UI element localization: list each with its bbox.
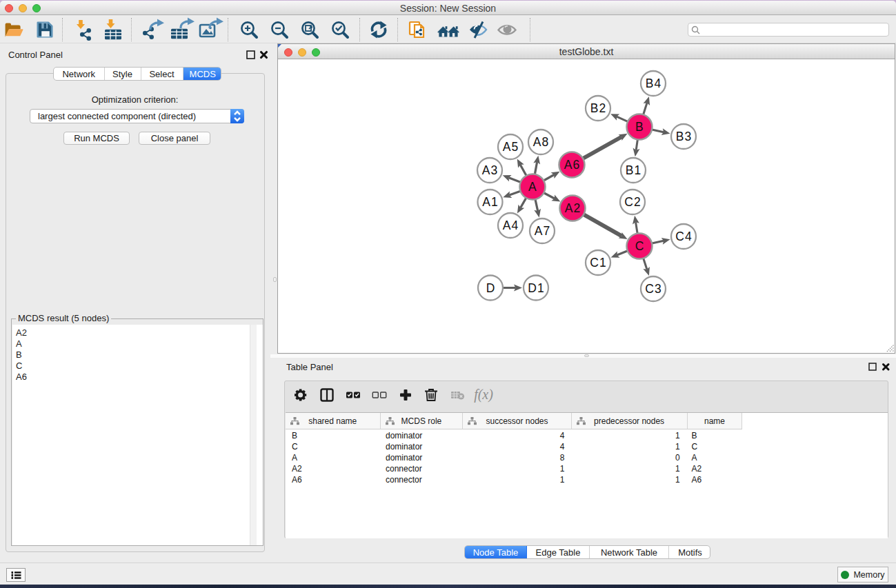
svg-text:D1: D1 [528, 281, 545, 295]
svg-text:C2: C2 [624, 195, 641, 209]
svg-text:A7: A7 [535, 224, 551, 238]
svg-text:A3: A3 [482, 163, 499, 177]
svg-text:C: C [635, 239, 645, 253]
svg-text:B4: B4 [646, 77, 662, 90]
svg-text:B: B [635, 120, 644, 134]
svg-text:C4: C4 [675, 230, 693, 243]
svg-text:A4: A4 [503, 219, 519, 232]
svg-text:B2: B2 [590, 101, 607, 115]
svg-text:B3: B3 [676, 130, 693, 143]
svg-text:A5: A5 [503, 140, 519, 154]
svg-text:A8: A8 [533, 135, 550, 149]
svg-text:f(x): f(x) [474, 387, 493, 403]
svg-text:A2: A2 [565, 201, 581, 215]
svg-text:A1: A1 [482, 195, 499, 209]
svg-text:C1: C1 [590, 256, 607, 270]
svg-text:C3: C3 [645, 282, 662, 296]
svg-text:D: D [486, 281, 496, 295]
svg-text:A: A [528, 180, 537, 194]
svg-text:B1: B1 [626, 163, 642, 177]
svg-text:A6: A6 [564, 158, 581, 172]
